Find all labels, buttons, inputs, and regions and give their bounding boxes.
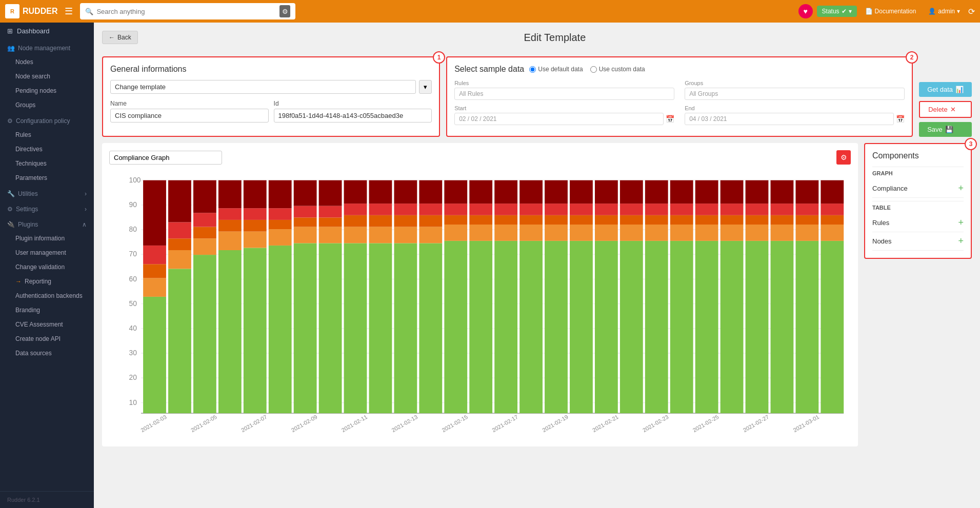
sidebar-item-authentication-backends[interactable]: Authentication backends: [0, 289, 94, 303]
id-label: Id: [274, 100, 432, 107]
sidebar-item-create-node-api[interactable]: Create node API: [0, 332, 94, 346]
sidebar-item-branding[interactable]: Branding: [0, 303, 94, 317]
end-calendar-icon[interactable]: 📅: [896, 115, 905, 123]
svg-rect-135: [695, 180, 718, 204]
svg-rect-155: [795, 180, 818, 204]
svg-rect-136: [721, 241, 744, 413]
page-title: Edit Template: [138, 32, 972, 44]
sidebar-item-cve-assessment[interactable]: CVE Assessment: [0, 317, 94, 332]
sidebar-item-user-management[interactable]: User management: [0, 246, 94, 260]
start-calendar-icon[interactable]: 📅: [666, 115, 674, 123]
svg-rect-148: [771, 215, 794, 225]
svg-rect-103: [545, 215, 568, 225]
sidebar-section-plugins[interactable]: 🔌 Plugins ∧: [0, 216, 94, 231]
sidebar-section-utilities[interactable]: 🔧 Utilities ›: [0, 185, 94, 200]
rules-component-label: Rules: [872, 219, 889, 227]
svg-text:100: 100: [129, 176, 141, 184]
end-field: End 📅: [685, 105, 905, 125]
sample-data-header: Select sample data Use default data Use …: [454, 65, 905, 74]
plugins-icon: 🔌: [7, 221, 15, 228]
get-data-button[interactable]: Get data 📊: [919, 82, 972, 97]
search-input[interactable]: [96, 8, 276, 15]
main-content: ← Back Edit Template 1 General informati…: [94, 23, 980, 508]
sidebar-item-reporting[interactable]: → Reporting: [0, 274, 94, 289]
svg-rect-126: [670, 241, 693, 413]
sidebar-item-directives[interactable]: Directives: [0, 142, 94, 156]
groups-select[interactable]: All Groups: [685, 88, 905, 100]
template-select[interactable]: Change template: [110, 80, 416, 94]
default-data-radio[interactable]: [529, 66, 536, 73]
svg-rect-159: [821, 204, 844, 215]
sidebar-section-settings[interactable]: ⚙ Settings ›: [0, 200, 94, 216]
hamburger-icon[interactable]: ☰: [63, 4, 75, 19]
svg-text:2021-02-11: 2021-02-11: [341, 414, 369, 434]
sidebar-item-dashboard[interactable]: ⊞ Dashboard: [0, 23, 94, 39]
end-date-input[interactable]: [685, 113, 894, 125]
sidebar-item-groups[interactable]: Groups: [0, 98, 94, 112]
svg-rect-91: [494, 241, 517, 413]
sidebar-item-techniques[interactable]: Techniques: [0, 156, 94, 171]
svg-rect-63: [344, 215, 367, 227]
sidebar-item-parameters[interactable]: Parameters: [0, 171, 94, 185]
svg-rect-23: [143, 264, 166, 278]
svg-rect-71: [394, 243, 417, 413]
custom-data-radio[interactable]: [590, 66, 597, 73]
template-select-row: Change template ▾: [110, 80, 432, 94]
documentation-link[interactable]: 📄 Documentation: [861, 6, 921, 17]
chart-settings-button[interactable]: ⚙: [836, 150, 851, 165]
compliance-add-button[interactable]: +: [958, 183, 964, 194]
panel-number-1: 1: [433, 51, 445, 64]
sidebar-item-nodes[interactable]: Nodes: [0, 55, 94, 69]
settings-icon: ⚙: [7, 206, 13, 213]
sidebar-item-data-sources[interactable]: Data sources: [0, 346, 94, 360]
layout: ⊞ Dashboard 👥 Node management Nodes Node…: [0, 23, 980, 508]
rules-field-label: Rules: [454, 80, 674, 86]
back-button[interactable]: ← Back: [102, 31, 138, 44]
svg-rect-54: [294, 206, 317, 218]
documentation-label: Documentation: [875, 8, 916, 15]
save-button[interactable]: Save 💾: [919, 122, 972, 137]
sidebar-section-config-policy[interactable]: ⚙ Configuration policy: [0, 112, 94, 128]
refresh-icon[interactable]: ⟳: [968, 7, 975, 16]
sidebar-item-pending-nodes[interactable]: Pending nodes: [0, 84, 94, 98]
delete-button[interactable]: Delete ✕: [919, 101, 972, 118]
svg-rect-49: [269, 208, 292, 220]
end-date-row: 📅: [685, 113, 905, 125]
node-mgmt-label: Node management: [18, 45, 70, 52]
admin-menu[interactable]: 👤 admin ▾: [924, 6, 964, 17]
rules-add-button[interactable]: +: [958, 217, 964, 228]
svg-rect-156: [821, 241, 844, 413]
sidebar-item-node-search[interactable]: Node search: [0, 69, 94, 84]
name-input[interactable]: [110, 109, 269, 123]
rules-select[interactable]: All Rules: [454, 88, 674, 100]
sidebar-item-change-validation[interactable]: Change validation: [0, 260, 94, 274]
data-sources-label: Data sources: [15, 350, 52, 357]
search-submit-button[interactable]: ⚙: [279, 5, 290, 17]
svg-text:2021-02-13: 2021-02-13: [391, 414, 419, 434]
name-id-form-row: Name Id: [110, 100, 432, 123]
svg-rect-143: [746, 215, 769, 225]
status-button[interactable]: Status ✔ ▾: [817, 6, 857, 17]
navbar-right: ♥ Status ✔ ▾ 📄 Documentation 👤 admin ▾ ⟳: [798, 4, 975, 18]
heart-icon[interactable]: ♥: [798, 4, 813, 18]
svg-rect-129: [670, 204, 693, 215]
template-dropdown-arrow-icon[interactable]: ▾: [419, 80, 432, 94]
chart-title-input[interactable]: [109, 151, 222, 165]
svg-rect-102: [545, 225, 568, 241]
svg-text:2021-02-07: 2021-02-07: [240, 414, 268, 434]
components-panel: 3 Components GRAPH Compliance + TABLE Ru…: [864, 143, 972, 259]
sidebar-item-rules[interactable]: Rules: [0, 128, 94, 142]
svg-rect-96: [519, 241, 543, 413]
start-date-input[interactable]: [454, 113, 664, 125]
sidebar-item-plugin-information[interactable]: Plugin information: [0, 231, 94, 246]
svg-rect-76: [419, 243, 442, 413]
svg-rect-80: [419, 180, 442, 204]
id-input[interactable]: [274, 109, 432, 123]
svg-rect-94: [494, 204, 517, 215]
custom-data-radio-label[interactable]: Use custom data: [590, 66, 645, 73]
svg-rect-26: [168, 269, 191, 413]
sidebar-section-node-management[interactable]: 👥 Node management: [0, 39, 94, 55]
svg-rect-38: [218, 220, 242, 232]
default-data-radio-label[interactable]: Use default data: [529, 66, 583, 73]
nodes-add-button[interactable]: +: [958, 236, 964, 247]
